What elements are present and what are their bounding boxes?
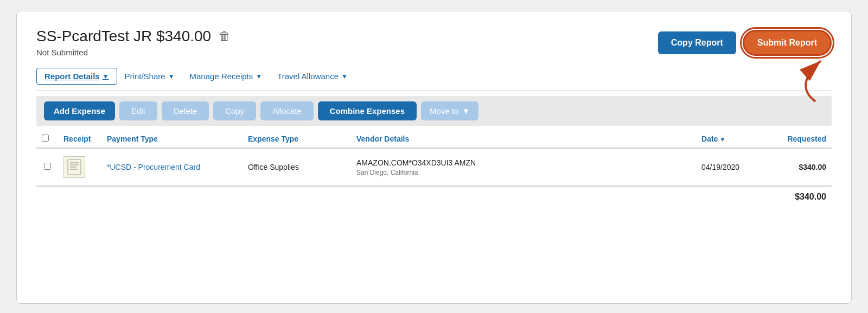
vendor-location: San Diego, California	[356, 169, 691, 176]
col-header-check	[36, 128, 58, 148]
expense-table: Receipt Payment Type Expense Type Vendor…	[36, 128, 832, 186]
nav-manage-receipts[interactable]: Manage Receipts ▼	[182, 68, 270, 84]
expense-toolbar: Add Expense Edit Delete Copy Allocate Co…	[36, 96, 832, 126]
col-header-receipt: Receipt	[58, 128, 101, 148]
edit-button[interactable]: Edit	[119, 101, 157, 120]
row-payment-type-cell: *UCSD - Procurement Card	[101, 148, 242, 186]
col-header-payment-type: Payment Type	[101, 128, 242, 148]
table-header-row: Receipt Payment Type Expense Type Vendor…	[36, 128, 832, 148]
total-row: $340.00	[36, 186, 832, 204]
move-to-button[interactable]: Move to ▼	[421, 101, 478, 120]
report-title: SS-PcardTest JR $340.00 🗑	[36, 28, 231, 45]
receipt-thumbnail[interactable]	[63, 156, 85, 178]
row-expense-type-cell: Office Supplies	[242, 148, 351, 186]
row-checkbox[interactable]	[44, 163, 51, 170]
row-receipt-cell	[58, 148, 101, 186]
payment-type-link[interactable]: *UCSD - Procurement Card	[107, 163, 200, 171]
report-status: Not Submitted	[36, 48, 231, 57]
report-title-text: SS-PcardTest JR $340.00	[36, 28, 211, 45]
row-requested-cell: $340.00	[767, 148, 832, 186]
header-buttons: Copy Report Submit Report	[658, 30, 832, 56]
title-block: SS-PcardTest JR $340.00 🗑 Not Submitted	[36, 28, 231, 57]
submit-report-button[interactable]: Submit Report	[743, 30, 832, 56]
nav-travel-allowance[interactable]: Travel Allowance ▼	[270, 68, 355, 84]
row-checkbox-cell	[36, 148, 58, 186]
nav-row: Report Details ▼ Print/Share ▼ Manage Re…	[36, 68, 832, 91]
add-expense-button[interactable]: Add Expense	[44, 101, 115, 120]
col-header-expense-type: Expense Type	[242, 128, 351, 148]
total-amount: $340.00	[795, 192, 826, 202]
receipt-icon	[66, 158, 83, 176]
combine-expenses-button[interactable]: Combine Expenses	[318, 101, 417, 120]
nav-report-details[interactable]: Report Details ▼	[36, 68, 117, 85]
chevron-down-icon: ▼	[256, 73, 262, 80]
copy-button[interactable]: Copy	[213, 101, 256, 120]
chevron-down-icon: ▼	[341, 73, 348, 80]
col-header-requested: Requested	[767, 128, 832, 148]
row-vendor-cell: AMAZON.COM*O34XD3UI3 AMZN San Diego, Cal…	[351, 148, 696, 186]
allocate-button[interactable]: Allocate	[260, 101, 313, 120]
copy-report-button[interactable]: Copy Report	[658, 31, 736, 54]
nav-print-share[interactable]: Print/Share ▼	[117, 68, 182, 84]
vendor-name: AMAZON.COM*O34XD3UI3 AMZN	[356, 158, 691, 167]
select-all-checkbox[interactable]	[42, 135, 49, 142]
col-header-vendor-details: Vendor Details	[351, 128, 696, 148]
delete-report-icon[interactable]: 🗑	[219, 29, 231, 43]
chevron-down-icon: ▼	[103, 73, 109, 80]
table-row: *UCSD - Procurement Card Office Supplies…	[36, 148, 832, 186]
row-date-cell: 04/19/2020	[696, 148, 767, 186]
header-row: SS-PcardTest JR $340.00 🗑 Not Submitted …	[36, 28, 832, 57]
col-header-date[interactable]: Date	[696, 128, 767, 148]
expense-report-card: SS-PcardTest JR $340.00 🗑 Not Submitted …	[16, 11, 852, 304]
chevron-down-icon: ▼	[168, 73, 175, 80]
delete-button[interactable]: Delete	[162, 101, 209, 120]
chevron-down-icon: ▼	[462, 106, 470, 116]
